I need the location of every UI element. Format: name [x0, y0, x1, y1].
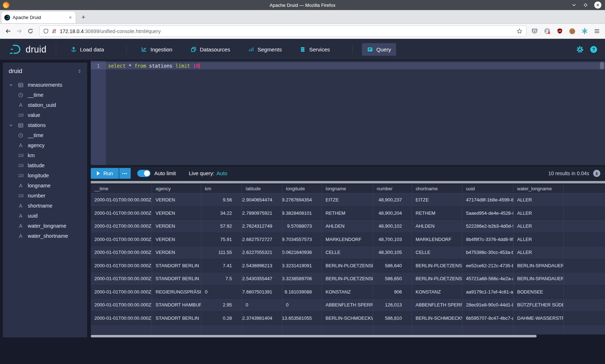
pocket-icon[interactable]: [532, 28, 538, 34]
table-cell[interactable]: 52.5430355447: [242, 272, 282, 286]
sidebar-item-km[interactable]: 123km: [3, 150, 87, 160]
table-cell[interactable]: KONSTANZ: [322, 286, 373, 299]
table-cell[interactable]: 52.9040654474: [242, 194, 282, 207]
table-cell[interactable]: [152, 325, 201, 335]
live-query-value[interactable]: Auto: [216, 170, 227, 176]
table-cell[interactable]: 6b595707-8c47-4bc7-a8: [462, 312, 514, 325]
table-cell[interactable]: 13.653581055: [282, 312, 322, 325]
help-icon[interactable]: ?: [590, 46, 597, 53]
table-cell[interactable]: aa9179c1-17ef-4c61-a48: [462, 286, 514, 299]
column-header-latitude[interactable]: latitude: [242, 184, 282, 194]
table-cell[interactable]: STANDORT BERLIN: [152, 259, 201, 273]
table-cell[interactable]: 586,640: [373, 259, 412, 273]
nav-item-datasources[interactable]: Datasources: [185, 43, 235, 56]
table-cell[interactable]: [322, 325, 373, 335]
table-cell[interactable]: 2000-01-01T00:00:00.000Z: [91, 233, 152, 246]
auto-limit-toggle[interactable]: [137, 170, 151, 177]
table-cell[interactable]: REGIERUNGSPRÄSIDIUM: [152, 286, 201, 299]
column-header-__time[interactable]: __time: [91, 184, 152, 194]
tab-apache-druid[interactable]: Apache Druid ×: [1, 12, 76, 23]
table-cell[interactable]: 48,900,237: [373, 194, 412, 207]
table-cell[interactable]: 52.5436996213: [242, 259, 282, 273]
nav-item-segments[interactable]: Segments: [243, 43, 287, 56]
table-cell[interactable]: 8b4f9f7c-3376-4dd8-95c: [462, 233, 514, 246]
sidebar-item-number[interactable]: 123number: [3, 191, 87, 201]
table-cell[interactable]: 48,700,103: [373, 233, 412, 246]
sidebar-item-measurements[interactable]: measurements: [3, 80, 87, 90]
table-cell[interactable]: STANDORT HAMBURG: [152, 299, 201, 312]
table-cell[interactable]: KONSTANZ: [412, 286, 462, 299]
table-cell[interactable]: [201, 325, 242, 335]
table-cell[interactable]: 52.6227055321: [242, 246, 282, 259]
table-cell[interactable]: 9.56: [201, 194, 242, 207]
table-cell[interactable]: BODENSEE: [514, 286, 564, 299]
table-cell[interactable]: VERDEN: [152, 220, 201, 233]
table-cell[interactable]: 2000-01-01T00:00:00.000Z: [91, 220, 152, 233]
table-cell[interactable]: 2.95: [201, 299, 242, 312]
table-cell[interactable]: 586,650: [373, 272, 412, 286]
table-cell[interactable]: 2000-01-01T00:00:00.000Z: [91, 286, 152, 299]
sort-icon[interactable]: [77, 69, 82, 74]
table-cell[interactable]: AHLDEN: [322, 220, 373, 233]
chevron-down-icon[interactable]: [8, 123, 14, 128]
sidebar-item-shortname[interactable]: Ashortname: [3, 201, 87, 211]
druid-logo[interactable]: druid: [9, 44, 46, 55]
cookie-icon[interactable]: [569, 28, 575, 35]
table-cell[interactable]: VERDEN: [152, 246, 201, 259]
column-header-water_longname[interactable]: water_longname: [514, 184, 564, 194]
minimize-icon[interactable]: [571, 2, 577, 8]
sidebar-item-water-shortname[interactable]: Awater_shortname: [3, 231, 87, 241]
table-cell[interactable]: 13.3238589706: [282, 272, 322, 286]
sidebar-item-longitude[interactable]: 123longitude: [3, 170, 87, 181]
table-cell[interactable]: BERLIN-PLOETZENSEE U: [412, 272, 462, 286]
table-cell[interactable]: STANDORT BERLIN: [152, 312, 201, 325]
url-text[interactable]: 172.18.0.4:30899/unified-console.html#qu…: [60, 28, 516, 34]
table-cell[interactable]: [373, 325, 412, 335]
table-cell[interactable]: 522286e2-b2b3-4d0d-9a: [462, 220, 514, 233]
chevron-down-icon[interactable]: [8, 83, 14, 87]
column-header-longitude[interactable]: longitude: [282, 184, 322, 194]
table-cell[interactable]: RETHEM: [322, 207, 373, 220]
table-cell[interactable]: 0: [282, 299, 322, 312]
forward-icon[interactable]: [16, 28, 22, 34]
table-cell[interactable]: ALLER: [514, 233, 564, 246]
editor-scrollbar[interactable]: [600, 62, 604, 69]
table-cell[interactable]: 75.91: [201, 233, 242, 246]
sidebar-item---time[interactable]: __time: [3, 90, 87, 100]
panel-splitter[interactable]: [91, 181, 605, 183]
table-cell[interactable]: 9.7034557573: [282, 233, 322, 246]
table-cell[interactable]: 9.57088073: [282, 220, 322, 233]
column-header-number[interactable]: number: [373, 184, 412, 194]
table-cell[interactable]: [412, 325, 462, 335]
table-cell[interactable]: 586,810: [373, 312, 412, 325]
run-more-button[interactable]: •••: [119, 168, 131, 179]
table-cell[interactable]: 52.7624312749: [242, 220, 282, 233]
table-cell[interactable]: 2000-01-01T00:00:00.000Z: [91, 246, 152, 259]
table-cell[interactable]: [91, 325, 152, 335]
insecure-lock-icon[interactable]: [51, 28, 57, 34]
table-cell[interactable]: RETHEM: [412, 207, 462, 220]
nav-item-ingestion[interactable]: Ingestion: [136, 43, 178, 56]
sidebar-item---time[interactable]: __time: [3, 130, 87, 140]
table-cell[interactable]: 7.41: [201, 259, 242, 273]
table-cell[interactable]: EITZE: [412, 194, 462, 207]
table-cell[interactable]: 2000-01-01T00:00:00.000Z: [91, 194, 152, 207]
sidebar-item-water-longname[interactable]: Awater_longname: [3, 221, 87, 231]
account-icon[interactable]: [544, 28, 551, 35]
sidebar-item-station-uuid[interactable]: Astation_uuid: [3, 100, 87, 110]
reload-icon[interactable]: [27, 28, 33, 34]
table-cell[interactable]: 47174d8f-1b8e-4599-8a: [462, 194, 514, 207]
sidebar-item-agency[interactable]: Aagency: [3, 140, 87, 150]
sidebar-item-value[interactable]: 123value: [3, 110, 87, 120]
table-cell[interactable]: [282, 325, 322, 335]
query-text[interactable]: select * from stations limit 10: [108, 63, 200, 69]
table-cell[interactable]: 47.6607501391: [242, 286, 282, 299]
table-cell[interactable]: BÜTZFLETHER SÜDERE: [514, 299, 564, 312]
sidebar-item-stations[interactable]: stations: [3, 120, 87, 130]
table-cell[interactable]: 9.2767694354: [282, 194, 322, 207]
nav-item-load-data[interactable]: Load data: [66, 43, 109, 56]
table-cell[interactable]: 7.5: [201, 272, 242, 286]
table-cell[interactable]: 2000-01-01T00:00:00.000Z: [91, 299, 152, 312]
table-cell[interactable]: ee52ce62-212c-4735-b4: [462, 259, 514, 273]
table-cell[interactable]: 2000-01-01T00:00:00.000Z: [91, 272, 152, 286]
